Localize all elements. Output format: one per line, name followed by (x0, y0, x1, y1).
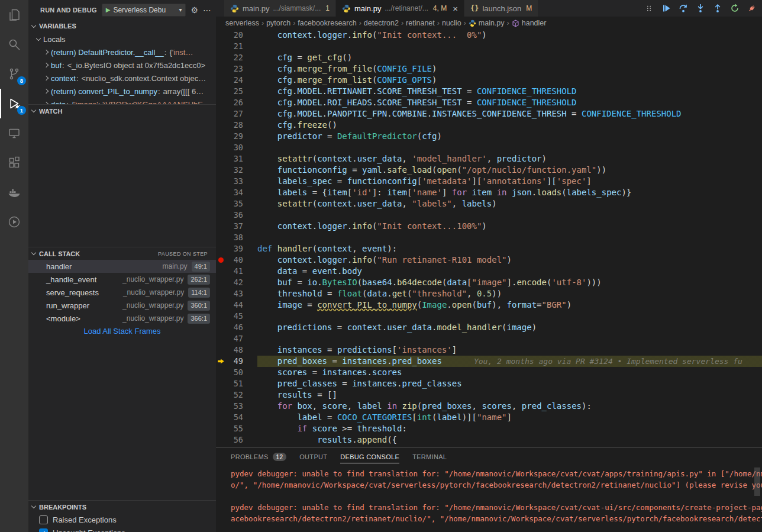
launch-config-select[interactable]: ▶ Serverless Debu ▾ (102, 4, 186, 17)
disconnect-icon[interactable] (747, 3, 757, 14)
code-line[interactable]: 27 cfg.MODEL.PANOPTIC_FPN.COMBINE.INSTAN… (216, 108, 762, 120)
stack-frame-row[interactable]: handlermain.py49:1 (28, 260, 216, 273)
code-line[interactable]: 49 pred_boxes = instances.pred_boxesYou,… (216, 356, 762, 367)
code-line[interactable]: 40 context.logger.info("Run retinanet-R1… (216, 254, 762, 266)
stack-frame-row[interactable]: _handle_event_nuclio_wrapper.py262:1 (28, 273, 216, 286)
more-actions-icon[interactable]: ⋯ (203, 5, 211, 15)
breadcrumb-item[interactable]: handler (511, 19, 547, 27)
watch-section-header[interactable]: WATCH (28, 104, 216, 117)
code-line[interactable]: 38 (216, 232, 762, 243)
breakpoint-margin[interactable] (216, 131, 225, 142)
breakpoint-checkbox[interactable] (39, 515, 48, 524)
extensions-icon[interactable] (0, 148, 28, 178)
code-line[interactable]: 48 instances = predictions['instances'] (216, 344, 762, 356)
variable-row[interactable]: (return) convert_PIL_to_numpy: array([[[… (28, 85, 216, 98)
code-editor[interactable]: 20 context.logger.info("Init context... … (216, 30, 762, 447)
breakpoint-margin[interactable] (216, 434, 225, 446)
breadcrumb-item[interactable]: nuclio (441, 19, 462, 27)
breakpoint-margin[interactable] (216, 209, 225, 221)
code-line[interactable]: 45 (216, 311, 762, 322)
call-stack-section-header[interactable]: CALL STACK PAUSED ON STEP (28, 247, 216, 260)
breakpoint-margin[interactable] (216, 333, 225, 344)
breakpoint-item[interactable]: ✓Uncaught Exceptions (28, 526, 216, 532)
breakpoint-margin[interactable] (216, 86, 225, 97)
code-line[interactable]: 44 image = convert_PIL_to_numpy(Image.op… (216, 299, 762, 311)
stack-frame-row[interactable]: serve_requests_nuclio_wrapper.py114:1 (28, 286, 216, 299)
restart-icon[interactable] (729, 3, 740, 14)
code-line[interactable]: 35 setattr(context.user_data, "labels", … (216, 198, 762, 209)
breadcrumb-item[interactable]: main.py (468, 19, 505, 27)
breakpoint-margin[interactable] (216, 142, 225, 153)
breakpoint-margin[interactable] (216, 176, 225, 187)
code-line[interactable]: 29 predictor = DefaultPredictor(cfg) (216, 131, 762, 142)
close-icon[interactable]: × (453, 4, 458, 13)
search-icon[interactable] (0, 30, 28, 59)
breakpoint-margin[interactable] (216, 299, 225, 311)
breakpoint-margin[interactable] (216, 277, 225, 288)
source-control-icon[interactable]: 8 (0, 59, 28, 89)
code-line[interactable]: 53 for box, score, label in zip(pred_box… (216, 401, 762, 412)
breadcrumb-item[interactable]: pytorch (266, 19, 291, 27)
tab-problems[interactable]: PROBLEMS 12 (231, 452, 286, 463)
breadcrumb-item[interactable]: retinanet (405, 19, 435, 27)
breakpoint-margin[interactable] (216, 41, 225, 52)
tab-launch-json[interactable]: {} launch.json M (464, 0, 538, 17)
gear-icon[interactable]: ⚙ (190, 5, 198, 15)
breakpoint-margin[interactable] (216, 288, 225, 299)
code-line[interactable]: 30 (216, 142, 762, 153)
code-line[interactable]: 54 label = COCO_CATEGORIES[int(label)]["… (216, 412, 762, 423)
breakpoint-margin[interactable] (216, 153, 225, 165)
breakpoint-margin[interactable] (216, 322, 225, 333)
continue-icon[interactable] (661, 3, 671, 14)
code-line[interactable]: 42 buf = io.BytesIO(base64.b64decode(dat… (216, 277, 762, 288)
toolbar-drag-grip[interactable] (644, 3, 654, 14)
start-debugging-icon[interactable]: ▶ (106, 7, 111, 13)
code-line[interactable]: 52 results = [] (216, 389, 762, 401)
variables-section-header[interactable]: VARIABLES (28, 20, 216, 33)
code-line[interactable]: 47 (216, 333, 762, 344)
breadcrumb-item[interactable]: facebookresearch (297, 19, 357, 27)
breakpoint-margin[interactable] (216, 266, 225, 277)
breakpoint-margin[interactable] (216, 97, 225, 108)
code-line[interactable]: 56 results.append({ (216, 434, 762, 446)
stack-frame-row[interactable]: <module>_nuclio_wrapper.py366:1 (28, 312, 216, 325)
code-line[interactable]: 39def handler(context, event): (216, 243, 762, 254)
breakpoint-margin[interactable] (216, 221, 225, 232)
breakpoint-dot[interactable] (216, 254, 225, 266)
breakpoint-margin[interactable] (216, 378, 225, 389)
code-line[interactable]: 33 labels_spec = functionconfig['metadat… (216, 176, 762, 187)
breadcrumb-item[interactable]: detectron2 (363, 19, 399, 27)
breakpoint-margin[interactable] (216, 120, 225, 131)
code-line[interactable]: 55 if score >= threshold: (216, 423, 762, 434)
code-line[interactable]: 32 functionconfig = yaml.safe_load(open(… (216, 165, 762, 176)
code-line[interactable]: 26 cfg.MODEL.ROI_HEADS.SCORE_THRESH_TEST… (216, 97, 762, 108)
breadcrumb-item[interactable]: serverless (225, 19, 260, 27)
breakpoint-margin[interactable] (216, 30, 225, 41)
run-and-debug-icon[interactable]: 1 (0, 89, 28, 118)
variable-row[interactable]: data: {'image': 'iVBORw0KGgoAAAANSUhE… (28, 98, 216, 104)
tab-main-py-siammask[interactable]: main.py .../siammask/... 1 (224, 0, 336, 17)
breakpoint-margin[interactable] (216, 423, 225, 434)
code-line[interactable]: 36 (216, 209, 762, 221)
step-into-icon[interactable] (695, 3, 706, 14)
breakpoint-item[interactable]: Raised Exceptions (28, 513, 216, 526)
remote-explorer-icon[interactable] (0, 118, 28, 148)
breakpoint-margin[interactable] (216, 367, 225, 378)
code-line[interactable]: 51 pred_classes = instances.pred_classes (216, 378, 762, 389)
code-line[interactable]: 41 data = event.body (216, 266, 762, 277)
breakpoint-margin[interactable] (216, 198, 225, 209)
breakpoint-margin[interactable] (216, 401, 225, 412)
breakpoint-margin[interactable] (216, 311, 225, 322)
code-line[interactable]: 21 (216, 41, 762, 52)
breakpoint-margin[interactable] (216, 389, 225, 401)
tab-terminal[interactable]: TERMINAL (412, 452, 447, 463)
code-line[interactable]: 25 cfg.MODEL.RETINANET.SCORE_THRESH_TEST… (216, 86, 762, 97)
current-frame-arrow-icon[interactable] (216, 356, 225, 367)
code-line[interactable]: 23 cfg.merge_from_file(CONFIG_FILE) (216, 63, 762, 75)
code-line[interactable]: 31 setattr(context.user_data, 'model_han… (216, 153, 762, 165)
breakpoint-margin[interactable] (216, 344, 225, 356)
breakpoint-margin[interactable] (216, 187, 225, 198)
code-line[interactable]: 22 cfg = get_cfg() (216, 52, 762, 63)
breakpoint-margin[interactable] (216, 243, 225, 254)
scope-locals[interactable]: Locals (28, 33, 216, 46)
